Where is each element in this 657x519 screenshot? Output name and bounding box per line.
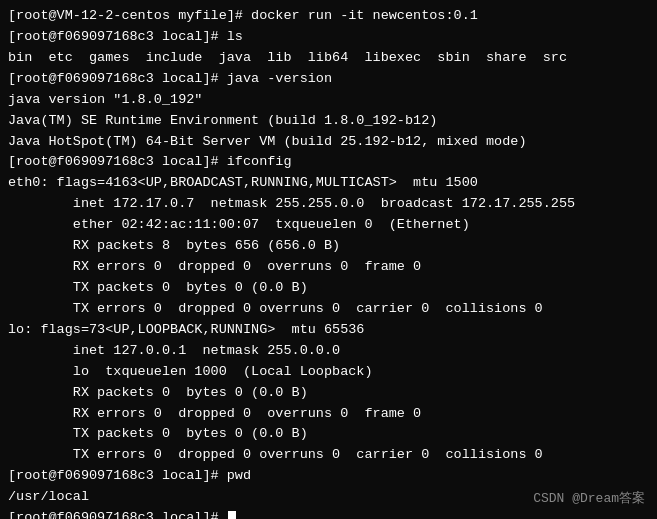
terminal-line: Java(TM) SE Runtime Environment (build 1…	[8, 111, 649, 132]
terminal-line: lo: flags=73<UP,LOOPBACK,RUNNING> mtu 65…	[8, 320, 649, 341]
cursor	[228, 511, 236, 519]
terminal-line: TX packets 0 bytes 0 (0.0 B)	[8, 424, 649, 445]
terminal-window: [root@VM-12-2-centos myfile]# docker run…	[0, 0, 657, 519]
terminal-line: inet 172.17.0.7 netmask 255.255.0.0 broa…	[8, 194, 649, 215]
terminal-line: ether 02:42:ac:11:00:07 txqueuelen 0 (Et…	[8, 215, 649, 236]
terminal-line: RX errors 0 dropped 0 overruns 0 frame 0	[8, 257, 649, 278]
terminal-line: [root@f069097168c3 local]# pwd	[8, 466, 649, 487]
terminal-content: [root@VM-12-2-centos myfile]# docker run…	[8, 6, 649, 519]
terminal-line: RX packets 0 bytes 0 (0.0 B)	[8, 383, 649, 404]
terminal-line: [root@f069097168c3 local]# java -version	[8, 69, 649, 90]
terminal-line: Java HotSpot(TM) 64-Bit Server VM (build…	[8, 132, 649, 153]
terminal-line: [root@f069097168c3 local]#	[8, 508, 649, 519]
terminal-line: [root@VM-12-2-centos myfile]# docker run…	[8, 6, 649, 27]
terminal-line: RX errors 0 dropped 0 overruns 0 frame 0	[8, 404, 649, 425]
terminal-line: java version "1.8.0_192"	[8, 90, 649, 111]
terminal-line: TX errors 0 dropped 0 overruns 0 carrier…	[8, 445, 649, 466]
terminal-line: [root@f069097168c3 local]# ls	[8, 27, 649, 48]
watermark: CSDN @Dream答案	[533, 489, 645, 507]
terminal-line: eth0: flags=4163<UP,BROADCAST,RUNNING,MU…	[8, 173, 649, 194]
terminal-line: lo txqueuelen 1000 (Local Loopback)	[8, 362, 649, 383]
terminal-line: RX packets 8 bytes 656 (656.0 B)	[8, 236, 649, 257]
terminal-line: TX errors 0 dropped 0 overruns 0 carrier…	[8, 299, 649, 320]
terminal-line: bin etc games include java lib lib64 lib…	[8, 48, 649, 69]
terminal-line: TX packets 0 bytes 0 (0.0 B)	[8, 278, 649, 299]
terminal-line: [root@f069097168c3 local]# ifconfig	[8, 152, 649, 173]
terminal-line: inet 127.0.0.1 netmask 255.0.0.0	[8, 341, 649, 362]
